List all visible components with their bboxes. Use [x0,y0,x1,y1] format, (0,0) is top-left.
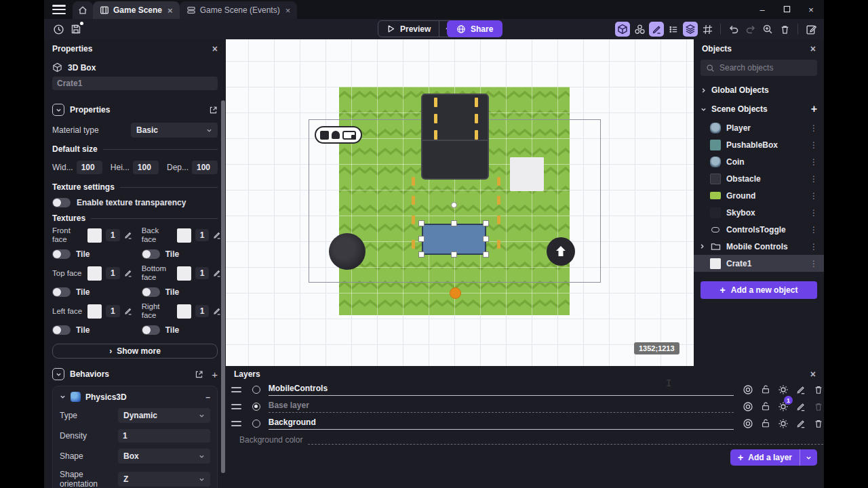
object-menu-icon[interactable]: ⋮ [810,157,818,167]
right-face-thumbnail[interactable] [177,304,191,319]
minimize-icon[interactable]: – [755,5,770,15]
object-row-pushablebox[interactable]: PushableBox ⋮ [694,136,824,153]
drag-handle-icon[interactable] [231,387,241,392]
right-face-tile-toggle[interactable] [142,325,160,335]
zoom-in-icon[interactable] [760,22,775,37]
visibility-icon[interactable] [742,418,753,429]
layer-row-mobilecontrols[interactable]: MobileControls [226,381,824,398]
width-field[interactable] [77,161,102,174]
object-row-skybox[interactable]: Skybox ⋮ [694,204,824,221]
hamburger-menu-icon[interactable] [52,5,66,14]
object-row-coin[interactable]: Coin ⋮ [694,153,824,170]
delete-layer-icon[interactable] [812,418,824,429]
resize-handle-mid-left[interactable] [418,236,425,242]
maximize-icon[interactable] [779,5,794,15]
instance-list-icon[interactable] [666,22,681,37]
resize-handle-top-left[interactable] [418,220,425,226]
material-type-select[interactable]: Basic [131,123,218,138]
edit-layer-icon[interactable] [795,401,806,412]
coin-instance[interactable] [450,287,461,299]
resize-handle-bottom-left[interactable] [418,251,425,258]
chevron-down-icon[interactable] [60,394,66,400]
resize-handle-bottom-center[interactable] [451,251,457,258]
controls-toggle-instance[interactable] [315,126,362,144]
history-icon[interactable] [51,22,66,37]
lighting-icon[interactable] [777,384,789,395]
edit-bottom-face-icon[interactable] [213,269,221,277]
left-face-thumbnail[interactable] [87,304,102,319]
add-layer-button[interactable]: + Add a layer [730,449,817,466]
edit-scene-properties-icon[interactable] [804,22,818,37]
object-row-controlstoggle[interactable]: ControlsToggle ⋮ [694,221,824,238]
drag-handle-icon[interactable] [231,421,241,426]
instances-group-icon[interactable] [632,22,647,37]
layer-name[interactable]: MobileControls [269,384,734,396]
lighting-icon[interactable] [777,418,789,429]
layer-name[interactable]: Base layer [269,401,734,413]
share-button[interactable]: Share [447,20,502,37]
joystick-instance[interactable] [329,233,366,270]
tab-game-scene-events[interactable]: Game Scene (Events) × [180,1,298,19]
object-menu-icon[interactable]: ⋮ [810,174,818,184]
close-tab-icon[interactable]: × [167,5,173,16]
undo-icon[interactable] [726,22,741,37]
redo-icon[interactable] [743,22,758,37]
layers-panel-icon[interactable] [683,22,698,37]
density-field[interactable] [118,429,210,443]
lock-icon[interactable] [760,418,771,429]
back-face-tile-toggle[interactable] [142,249,160,259]
resize-handle-mid-right[interactable] [483,236,489,242]
object-menu-icon[interactable]: ⋮ [810,259,818,268]
delete-layer-icon[interactable] [812,384,824,395]
object-row-player[interactable]: Player ⋮ [694,119,824,136]
lock-icon[interactable] [760,384,771,395]
objects-search-box[interactable] [701,60,817,76]
shape-orientation-select[interactable]: Z [118,472,210,487]
edit-layer-icon[interactable] [795,418,806,429]
close-layers-icon[interactable]: × [810,369,816,380]
object-row-mobile-controls[interactable]: Mobile Controls ⋮ [694,238,824,255]
top-face-tile-toggle[interactable] [52,287,71,297]
lighting-icon[interactable]: 1 [777,401,789,412]
object-menu-icon[interactable]: ⋮ [810,140,818,150]
crate1-instance[interactable] [510,157,544,191]
edit-right-face-icon[interactable] [213,307,221,315]
back-face-thumbnail[interactable] [177,228,191,243]
toggle-3d-view-icon[interactable] [615,22,630,37]
bottom-face-thumbnail[interactable] [177,266,191,281]
add-layer-dropdown[interactable] [800,449,817,466]
left-face-tile-toggle[interactable] [52,325,71,335]
layer-row-background[interactable]: Background [226,415,824,432]
object-name-field[interactable] [52,77,218,90]
edit-top-face-icon[interactable] [124,269,132,277]
layer-radio[interactable] [252,386,260,394]
search-input[interactable] [719,63,801,73]
object-menu-icon[interactable]: ⋮ [810,191,818,201]
bottom-face-tile-toggle[interactable] [142,287,160,297]
visibility-icon[interactable] [742,401,753,412]
delete-icon[interactable] [777,22,792,37]
pushablebox-selected-instance[interactable] [422,224,486,255]
resize-handle-top-right[interactable] [483,220,489,226]
object-menu-icon[interactable]: ⋮ [810,123,818,133]
front-face-thumbnail[interactable] [87,228,102,243]
texture-transparency-toggle[interactable] [52,198,71,207]
layer-row-base-layer[interactable]: Base layer 1 [226,398,824,415]
obstacle-road-instance[interactable] [421,94,489,180]
edit-front-face-icon[interactable] [124,231,132,239]
open-external-icon[interactable] [209,106,218,115]
rotate-handle[interactable] [451,202,457,208]
close-window-icon[interactable]: × [804,5,818,15]
open-behaviors-external-icon[interactable] [195,370,203,379]
layer-radio-selected[interactable] [252,403,260,411]
edit-left-face-icon[interactable] [124,307,132,315]
collapse-behaviors-icon[interactable] [52,368,64,380]
close-objects-icon[interactable]: × [810,43,816,54]
object-menu-icon[interactable]: ⋮ [810,208,818,218]
front-face-tile-toggle[interactable] [52,249,71,259]
visibility-icon[interactable] [742,384,753,395]
height-field[interactable] [133,161,159,174]
preview-button[interactable]: Preview [378,20,458,37]
home-tab[interactable] [73,1,93,19]
lock-icon[interactable] [760,401,771,412]
